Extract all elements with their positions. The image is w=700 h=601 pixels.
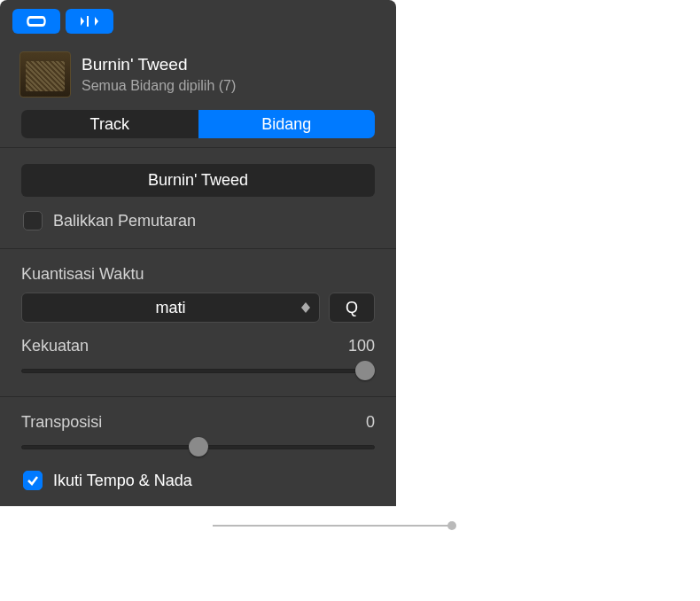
time-quantize-select[interactable]: mati	[21, 293, 320, 323]
updown-chevron-icon	[301, 302, 310, 313]
selection-subtitle: Semua Bidang dipilih (7)	[82, 78, 236, 94]
strength-slider-handle[interactable]	[355, 361, 375, 380]
track-thumbnail	[19, 51, 71, 98]
strength-label: Kekuatan	[21, 337, 89, 355]
track-title: Burnin' Tweed	[82, 55, 236, 74]
transpose-slider[interactable]	[21, 437, 375, 457]
transpose-label: Transposisi	[21, 413, 102, 432]
reverse-playback-checkbox[interactable]	[23, 211, 43, 230]
tab-track[interactable]: Track	[21, 110, 198, 138]
quantize-button[interactable]: Q	[329, 293, 375, 323]
follow-tempo-checkbox[interactable]	[23, 471, 43, 490]
edit-tool-button[interactable]	[66, 9, 113, 34]
time-quantize-label: Kuantisasi Waktu	[21, 265, 375, 284]
tab-region[interactable]: Bidang	[198, 110, 376, 138]
callout-leader-line	[213, 525, 452, 527]
region-name-field[interactable]: Burnin' Tweed	[21, 164, 375, 197]
time-quantize-value: mati	[155, 299, 185, 317]
follow-tempo-label: Ikuti Tempo & Nada	[53, 472, 192, 490]
loop-tool-button[interactable]	[12, 9, 60, 34]
transpose-value: 0	[366, 413, 375, 432]
transpose-slider-handle[interactable]	[189, 437, 208, 457]
reverse-playback-label: Balikkan Pemutaran	[53, 212, 196, 230]
strength-value: 100	[348, 337, 375, 355]
strength-slider[interactable]	[21, 361, 375, 380]
